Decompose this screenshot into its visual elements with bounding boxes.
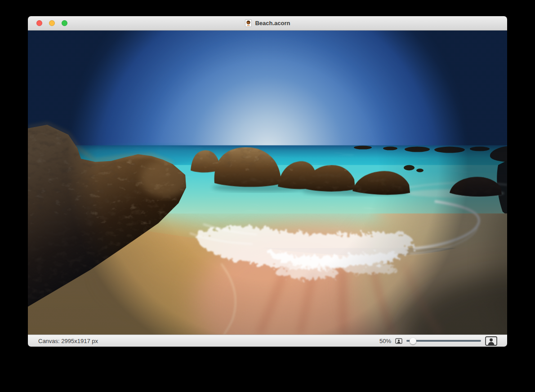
zoom-controls: 50% [379, 336, 497, 346]
zoom-slider-track[interactable] [406, 340, 481, 342]
photo-vignette [28, 31, 507, 335]
zoom-slider-thumb[interactable] [410, 338, 416, 344]
zoom-percent-label: 50% [379, 338, 391, 344]
title-group: Beach.acorn [28, 16, 507, 30]
window-title: Beach.acorn [255, 20, 290, 26]
acorn-document-window: Beach.acorn [28, 16, 507, 347]
zoom-in-thumbnail-icon[interactable] [485, 336, 497, 346]
zoom-out-thumbnail-icon[interactable] [395, 338, 402, 344]
canvas-area[interactable] [28, 31, 507, 335]
canvas-size-label: Canvas: 2995x1917 px [38, 338, 98, 344]
title-bar[interactable]: Beach.acorn [28, 16, 507, 31]
status-bar: Canvas: 2995x1917 px 50% [28, 335, 507, 347]
zoom-slider[interactable] [406, 337, 481, 344]
desktop-background: Beach.acorn [0, 0, 535, 392]
acorn-document-icon[interactable] [245, 19, 252, 27]
beach-photo [28, 31, 507, 335]
